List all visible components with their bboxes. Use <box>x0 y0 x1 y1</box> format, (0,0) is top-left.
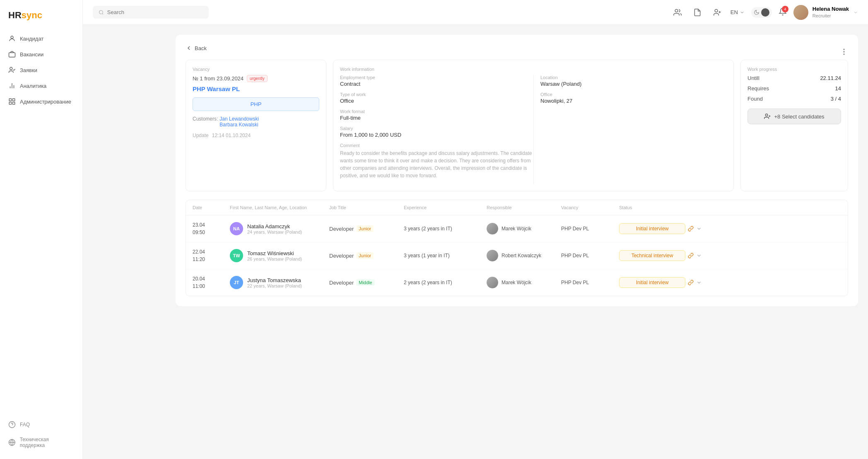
vacancy-number: № 1 from 23.09.2024 urgently <box>193 75 319 82</box>
expand-icon[interactable] <box>696 226 702 232</box>
svg-rect-6 <box>9 99 11 101</box>
customers-label: Customers: <box>193 116 218 128</box>
php-badge: PHP <box>193 97 319 111</box>
briefcase-icon <box>8 51 16 58</box>
notification-button[interactable]: 4 <box>779 7 787 17</box>
date-cell: 22.0411:20 <box>193 248 230 263</box>
vacancy-card: Vacancy № 1 from 23.09.2024 urgently PHP… <box>186 60 326 191</box>
logo: HRsync <box>0 7 82 31</box>
sun-icon <box>761 8 769 17</box>
table-row: 20.0411:00 JT Justyna Tomaszewska 22 yea… <box>186 269 848 296</box>
sidebar-item-candidates[interactable]: Кандидат <box>0 31 82 46</box>
document-icon-btn[interactable] <box>691 6 704 19</box>
more-options-button[interactable] <box>840 48 848 57</box>
chevron-down-icon <box>740 10 745 15</box>
candidate-avatar: TW <box>230 249 243 262</box>
sidebar-item-label: Заявки <box>20 67 37 73</box>
candidate-name-text: Tomasz Wiśniewski 26 years, Warsaw (Pola… <box>247 250 302 261</box>
sidebar-item-label: FAQ <box>20 422 30 428</box>
page-header: Back <box>186 45 848 60</box>
link-icon[interactable] <box>688 226 694 232</box>
header-right: EN 4 Helena Nowak Recruiter <box>671 5 858 20</box>
svg-rect-7 <box>13 99 15 101</box>
full-name: Tomasz Wiśniewski <box>247 250 302 256</box>
col-date: Date <box>193 205 230 210</box>
resp-cell: Marek Wójcik <box>487 277 561 288</box>
sidebar-item-label: Администрирование <box>20 99 71 105</box>
exp-cell: 3 years (1 year in IT) <box>404 253 487 258</box>
expand-icon[interactable] <box>696 253 702 258</box>
sidebar-item-support[interactable]: Техническая поддержка <box>0 432 82 452</box>
sidebar-item-faq[interactable]: FAQ <box>0 417 82 432</box>
age-location: 24 years, Warsaw (Poland) <box>247 230 302 234</box>
link-icon[interactable] <box>688 253 694 258</box>
language-selector[interactable]: EN <box>731 9 745 15</box>
svg-point-2 <box>10 67 12 70</box>
candidate-name-text: Natalia Adamczyk 24 years, Warsaw (Polan… <box>247 223 302 234</box>
svg-point-14 <box>99 10 103 14</box>
office-row: Office Nowolipki, 27 <box>540 92 727 104</box>
add-user-icon-btn[interactable] <box>711 6 724 19</box>
work-format-row: Work format Full-time <box>340 109 533 121</box>
customer1-link[interactable]: Jan Lewandowski <box>219 116 259 122</box>
sidebar-item-label: Техническая поддержка <box>20 437 74 448</box>
expand-icon[interactable] <box>696 280 702 285</box>
customer2-link[interactable]: Barbara Kowalski <box>219 122 259 128</box>
user-text: Helena Nowak Recruiter <box>813 6 849 19</box>
user-role: Recruiter <box>813 13 849 19</box>
back-label: Back <box>195 45 207 51</box>
theme-toggle[interactable] <box>751 7 772 18</box>
resp-name: Marek Wójcik <box>502 226 531 232</box>
resp-name: Robert Kowalczyk <box>502 253 541 258</box>
link-icon[interactable] <box>688 280 694 285</box>
svg-rect-1 <box>9 53 15 57</box>
status-badge: Initial interview <box>619 277 685 288</box>
col-exp: Experience <box>404 205 487 210</box>
work-right-col: Location Warsaw (Poland) Office Nowolipk… <box>533 75 727 184</box>
search-input[interactable] <box>107 9 203 15</box>
name-cell: TW Tomasz Wiśniewski 26 years, Warsaw (P… <box>230 249 329 262</box>
content-card: Back Vacancy № 1 from 23.09.2024 urgentl… <box>176 35 858 306</box>
search-icon <box>99 10 104 15</box>
group-icon-btn[interactable] <box>671 6 684 19</box>
urgently-badge: urgently <box>247 75 268 82</box>
svg-point-23 <box>766 114 768 116</box>
salary-row: Salary From 1,000 to 2,000 USD <box>340 126 533 138</box>
col-job: Job Title <box>329 205 404 210</box>
work-info-label: Work information <box>340 67 727 72</box>
question-icon <box>8 421 16 428</box>
location-row: Location Warsaw (Poland) <box>540 75 727 87</box>
select-candidates-button[interactable]: +8 Select candidates <box>747 109 841 124</box>
back-button[interactable]: Back <box>186 45 207 51</box>
svg-point-20 <box>844 49 844 50</box>
full-name: Justyna Tomaszewska <box>247 277 302 283</box>
lang-label: EN <box>731 9 738 15</box>
progress-card: Work progress Untill 22.11.24 Requires 1… <box>740 60 848 191</box>
vacancy-title: PHP Warsaw PL <box>193 85 319 92</box>
notification-badge: 4 <box>782 6 788 12</box>
work-info-card: Work information Employment type Contrac… <box>333 60 734 191</box>
sidebar-item-analytics[interactable]: Аналитика <box>0 78 82 94</box>
group-icon <box>673 8 682 17</box>
sidebar-item-label: Аналитика <box>20 83 46 89</box>
search-box[interactable] <box>93 6 209 19</box>
status-cell: Initial interview <box>619 277 702 288</box>
employment-type-row: Employment type Contract <box>340 75 533 87</box>
status-badge: Initial interview <box>619 223 685 234</box>
job-title: Developer <box>329 280 354 286</box>
sidebar-item-requests[interactable]: Заявки <box>0 62 82 78</box>
level-badge: Middle <box>356 279 374 286</box>
more-vertical-icon <box>840 48 848 56</box>
level-badge: Junior <box>356 225 374 232</box>
sidebar-item-admin[interactable]: Администрирование <box>0 94 82 109</box>
table-row: 23.0409:50 NA Natalia Adamczyk 24 years,… <box>186 215 848 242</box>
user-profile[interactable]: Helena Nowak Recruiter <box>793 5 858 20</box>
grid-icon <box>8 98 16 105</box>
update-row: Update 12:14 01.10.2024 <box>193 133 319 138</box>
job-title: Developer <box>329 226 354 232</box>
info-row: Vacancy № 1 from 23.09.2024 urgently PHP… <box>186 60 848 191</box>
vacancy-card-label: Vacancy <box>193 67 319 72</box>
add-user-icon <box>713 8 721 17</box>
sidebar-item-vacancies[interactable]: Вакансии <box>0 46 82 62</box>
exp-cell: 3 years (2 years in IT) <box>404 226 487 232</box>
